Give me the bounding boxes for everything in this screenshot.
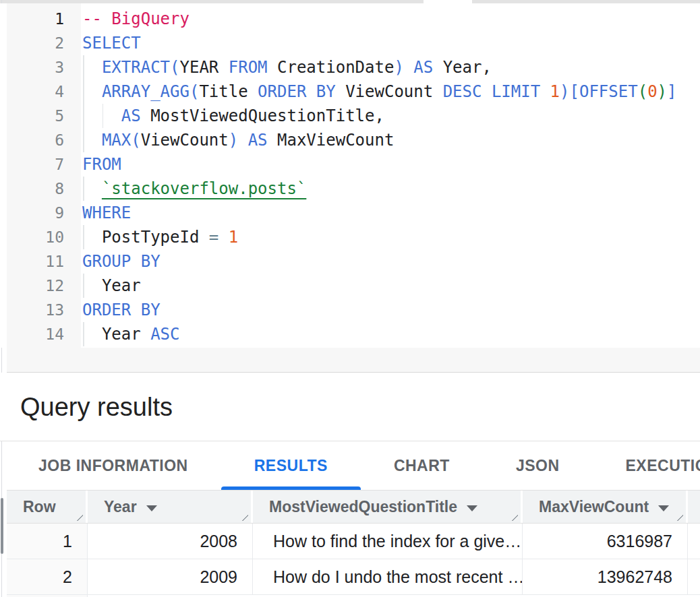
line-number: 6 bbox=[7, 128, 81, 152]
code-token: FROM bbox=[82, 155, 121, 174]
tab-json[interactable]: JSON bbox=[483, 442, 593, 490]
code-token: PostTypeId bbox=[82, 228, 209, 247]
title-cell: How to find the index for a give… bbox=[253, 524, 523, 559]
column-resize-grip-icon[interactable] bbox=[508, 511, 518, 521]
code-token: AS bbox=[248, 131, 268, 150]
line-number: 1 bbox=[7, 7, 81, 31]
tab-label: JOB INFORMATION bbox=[38, 457, 188, 475]
code-line: FROM bbox=[82, 152, 700, 177]
tab-execution[interactable]: EXECUTION bbox=[593, 442, 700, 490]
code-token: Title bbox=[199, 82, 258, 101]
code-token bbox=[82, 58, 102, 77]
code-line: PostTypeId = 1 bbox=[82, 225, 700, 249]
code-token: -- BigQuery bbox=[82, 9, 189, 28]
line-number: 3 bbox=[7, 55, 81, 80]
code-token bbox=[82, 179, 102, 198]
code-token: 1 bbox=[229, 228, 238, 247]
line-number: 14 bbox=[7, 322, 81, 346]
tab-label: RESULTS bbox=[254, 457, 328, 475]
row-number-cell: 1 bbox=[7, 524, 88, 559]
code-token: MaxViewCount bbox=[268, 131, 395, 150]
tab-results[interactable]: RESULTS bbox=[221, 442, 361, 490]
code-token: ViewCount bbox=[336, 82, 443, 101]
code-line: SELECT bbox=[82, 31, 700, 55]
code-token bbox=[82, 82, 102, 101]
code-line: AS MostViewedQuestionTitle, bbox=[82, 104, 700, 128]
partial-cell bbox=[688, 524, 700, 559]
indent-guide bbox=[83, 80, 84, 104]
line-number: 2 bbox=[7, 31, 81, 55]
code-line: ORDER BY bbox=[82, 298, 700, 322]
results-table-body: 12008How to find the index for a give…63… bbox=[7, 524, 700, 595]
column-header-year[interactable]: Year bbox=[88, 491, 253, 523]
maxviewcount-cell: 6316987 bbox=[523, 524, 688, 559]
line-number: 5 bbox=[7, 104, 81, 128]
line-number: 10 bbox=[7, 225, 81, 249]
code-token: MAX( bbox=[102, 131, 141, 150]
tab-job-information[interactable]: JOB INFORMATION bbox=[5, 442, 221, 490]
line-number: 11 bbox=[7, 249, 81, 274]
line-numbers: 1234567891011121314 bbox=[7, 7, 81, 346]
column-resize-grip-icon[interactable] bbox=[74, 511, 83, 521]
column-resize-grip-icon[interactable] bbox=[239, 511, 248, 521]
line-number: 8 bbox=[7, 177, 81, 201]
indent-guide bbox=[83, 177, 84, 201]
sql-editor[interactable]: 1234567891011121314 -- BigQuerySELECT EX… bbox=[0, 3, 700, 348]
code-token: EXTRACT( bbox=[102, 58, 180, 77]
year-cell: 2008 bbox=[88, 524, 253, 559]
code-token: MostViewedQuestionTitle, bbox=[141, 106, 384, 125]
code-token: ORDER BY bbox=[258, 82, 336, 101]
table-header-partial bbox=[688, 491, 700, 523]
tab-label: JSON bbox=[516, 457, 560, 475]
column-label: Year bbox=[104, 498, 137, 516]
code-line: ARRAY_AGG(Title ORDER BY ViewCount DESC … bbox=[82, 80, 700, 104]
table-row: 12008How to find the index for a give…63… bbox=[7, 524, 700, 559]
code-token: Year bbox=[82, 276, 141, 295]
sort-dropdown-icon[interactable] bbox=[146, 505, 157, 511]
line-number: 4 bbox=[7, 80, 81, 104]
sort-dropdown-icon[interactable] bbox=[658, 505, 669, 511]
editor-gutter: 1234567891011121314 bbox=[7, 3, 81, 348]
maxviewcount-cell: 13962748 bbox=[523, 559, 688, 594]
column-label: MaxViewCount bbox=[539, 498, 649, 516]
code-token: ARRAY_AGG( bbox=[102, 82, 200, 101]
code-token: 0 bbox=[647, 82, 657, 101]
tab-chart[interactable]: CHART bbox=[361, 442, 483, 490]
code-token: OFFSET bbox=[579, 82, 638, 101]
code-token bbox=[218, 228, 228, 247]
code-token: )[ bbox=[560, 82, 579, 101]
column-label: Row bbox=[23, 498, 56, 516]
indent-guide bbox=[83, 128, 84, 152]
code-token: ORDER BY bbox=[82, 301, 161, 319]
line-number: 13 bbox=[7, 298, 81, 322]
code-line: `stackoverflow.posts` bbox=[82, 177, 700, 201]
indent-guide bbox=[83, 104, 84, 128]
code-line: -- BigQuery bbox=[82, 7, 700, 31]
results-table-header: RowYearMostViewedQuestionTitleMaxViewCou… bbox=[7, 490, 700, 524]
column-resize-grip-icon[interactable] bbox=[674, 511, 683, 521]
code-area[interactable]: -- BigQuerySELECT EXTRACT(YEAR FROM Crea… bbox=[82, 7, 700, 346]
code-line: EXTRACT(YEAR FROM CreationDate) AS Year, bbox=[82, 55, 700, 80]
column-header-mostviewedquestiontitle[interactable]: MostViewedQuestionTitle bbox=[253, 491, 523, 523]
code-token: YEAR bbox=[180, 58, 229, 77]
results-tabs: JOB INFORMATIONRESULTSCHARTJSONEXECUTION bbox=[5, 442, 700, 490]
column-header-maxviewcount[interactable]: MaxViewCount bbox=[523, 491, 688, 523]
column-header-row[interactable]: Row bbox=[7, 491, 88, 523]
indent-guide bbox=[83, 225, 84, 249]
sort-dropdown-icon[interactable] bbox=[467, 505, 477, 511]
code-token bbox=[238, 131, 247, 150]
year-cell: 2009 bbox=[88, 559, 253, 594]
results-vertical-scrollbar-thumb[interactable] bbox=[1, 498, 3, 554]
code-token: CreationDate bbox=[268, 58, 395, 77]
code-token: Year, bbox=[433, 58, 492, 77]
code-token: ASC bbox=[150, 325, 179, 344]
code-token: FROM bbox=[229, 58, 268, 77]
code-token: GROUP BY bbox=[82, 252, 161, 271]
query-results-header: Query results bbox=[0, 373, 700, 441]
code-token bbox=[540, 82, 550, 101]
tab-label: EXECUTION bbox=[626, 457, 700, 475]
code-token: ( bbox=[638, 82, 647, 101]
code-token: ViewCount bbox=[141, 131, 229, 150]
indent-guide bbox=[103, 104, 104, 128]
table-row: 22009How do I undo the most recent …1396… bbox=[7, 559, 700, 595]
